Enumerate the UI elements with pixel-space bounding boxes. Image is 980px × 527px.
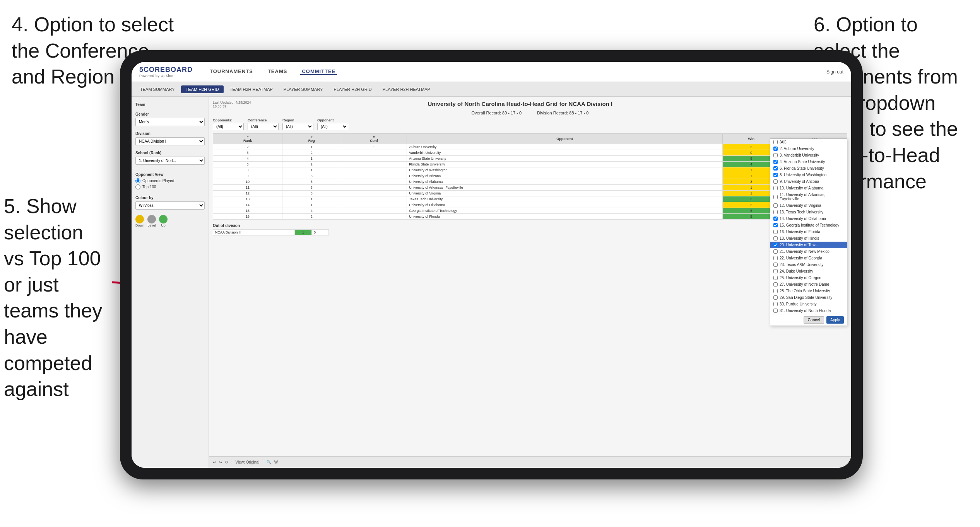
cell-reg: 2	[282, 150, 341, 156]
cell-rank: 11	[213, 185, 282, 191]
nav-committee[interactable]: COMMITTEE	[300, 68, 337, 75]
school-select[interactable]: 1. University of Nort...	[135, 157, 205, 165]
redo-icon[interactable]: ↪	[219, 460, 222, 464]
conference-filter-select[interactable]: (All)	[248, 123, 279, 130]
dropdown-item[interactable]: 23. Texas A&M University	[770, 261, 847, 268]
cell-conf	[341, 150, 407, 156]
cancel-button[interactable]: Cancel	[804, 316, 824, 324]
wi-label: W	[274, 460, 278, 464]
cell-reg: 1	[282, 144, 341, 150]
cell-rank: 6	[213, 162, 282, 167]
sidebar-team-section: Team	[135, 102, 205, 107]
opponent-view-radio-group: Opponents Played Top 100	[135, 178, 205, 189]
zoom-icon[interactable]: 🔍	[267, 460, 271, 464]
bottom-toolbar: ↩ ↪ ⟳ | View: Original | 🔍 W	[209, 456, 851, 468]
tablet-screen: 5COREBOARD Powered by UpShot TOURNAMENTS…	[132, 62, 851, 468]
cell-reg: 5	[282, 179, 341, 185]
table-row: 9 3 University of Arizona 1 0	[213, 173, 847, 179]
cell-reg: 1	[282, 167, 341, 173]
undo-icon[interactable]: ↩	[213, 460, 216, 464]
sign-out-link[interactable]: Sign out	[826, 69, 843, 75]
cell-rank: 2	[213, 144, 282, 150]
dropdown-item[interactable]: 24. Duke University	[770, 268, 847, 275]
dropdown-item[interactable]: 20. University of Texas	[770, 242, 847, 248]
dropdown-item[interactable]: 21. University of New Mexico	[770, 248, 847, 255]
opponents-filter-select[interactable]: (All)	[213, 123, 244, 130]
team-label: Team	[135, 102, 205, 107]
cell-reg: 4	[282, 208, 341, 214]
annotation-3: 5. Show selection vs Top 100 or just tea…	[4, 193, 116, 402]
out-division-table: NCAA Division II 1 0	[213, 229, 329, 235]
dropdown-item[interactable]: 8. University of Washington	[770, 172, 847, 178]
cell-reg: 1	[282, 202, 341, 208]
dropdown-item[interactable]: 12. University of Virginia	[770, 202, 847, 209]
cell-conf	[341, 214, 407, 220]
cell-reg: 1	[282, 156, 341, 162]
dropdown-item[interactable]: 9. University of Arizona	[770, 178, 847, 185]
refresh-icon[interactable]: ⟳	[225, 460, 228, 464]
report-header: Last Updated: 4/29/2024 16:55:39 Univers…	[213, 101, 847, 108]
division-select[interactable]: NCAA Division I	[135, 137, 205, 145]
dropdown-item[interactable]: (All)	[770, 139, 847, 145]
dropdown-item[interactable]: 4. Arizona State University	[770, 159, 847, 165]
colour-select[interactable]: Win/loss	[135, 201, 205, 210]
dropdown-item[interactable]: 2. Auburn University	[770, 145, 847, 152]
main-content: Team Gender Men's Division NCAA Division…	[132, 97, 851, 468]
subnav-player-h2h-heatmap[interactable]: PLAYER H2H HEATMAP	[378, 85, 435, 93]
top100-radio[interactable]: Top 100	[135, 184, 205, 189]
dropdown-item[interactable]: 27. University of Notre Dame	[770, 281, 847, 288]
cell-rank: 8	[213, 167, 282, 173]
cell-reg: 6	[282, 185, 341, 191]
cell-opponent: University of Alabama	[407, 179, 723, 185]
nav-teams[interactable]: TEAMS	[266, 68, 289, 75]
opponent-filter-label: Opponent	[317, 118, 348, 122]
apply-button[interactable]: Apply	[826, 316, 844, 324]
dropdown-item[interactable]: 18. University of Illinois	[770, 235, 847, 242]
cell-opponent: University of Arkansas, Fayetteville	[407, 185, 723, 191]
cell-opponent: University of Arizona	[407, 173, 723, 179]
dropdown-item[interactable]: 11. University of Arkansas, Fayetteville	[770, 191, 847, 202]
col-conf: #Conf	[341, 134, 407, 144]
dropdown-item[interactable]: 3. Vanderbilt University	[770, 152, 847, 159]
subnav-player-summary[interactable]: PLAYER SUMMARY	[279, 85, 328, 93]
dropdown-item[interactable]: 30. Purdue University	[770, 301, 847, 307]
cell-rank: 9	[213, 173, 282, 179]
nav-tournaments[interactable]: TOURNAMENTS	[208, 68, 255, 75]
subnav-player-h2h-grid[interactable]: PLAYER H2H GRID	[329, 85, 376, 93]
dropdown-item[interactable]: 28. The Ohio State University	[770, 288, 847, 294]
cell-conf: 1	[341, 144, 407, 150]
dropdown-item[interactable]: 25. University of Oregon	[770, 275, 847, 281]
opponent-filter-group: Opponent (All)	[317, 118, 348, 130]
dropdown-item[interactable]: 13. Texas Tech University	[770, 209, 847, 215]
cell-opponent: Georgia Institute of Technology	[407, 208, 723, 214]
cell-opponent: Vanderbilt University	[407, 150, 723, 156]
dropdown-item[interactable]: 14. University of Oklahoma	[770, 215, 847, 222]
logo-text: 5COREBOARD	[139, 66, 193, 73]
dropdown-item[interactable]: 15. Georgia Institute of Technology	[770, 222, 847, 229]
dropdown-item[interactable]: 16. University of Florida	[770, 229, 847, 235]
region-filter-label: Region	[282, 118, 313, 122]
opponents-played-radio[interactable]: Opponents Played	[135, 178, 205, 183]
subnav-team-h2h-heatmap[interactable]: TEAM H2H HEATMAP	[225, 85, 277, 93]
nav-items: TOURNAMENTS TEAMS COMMITTEE	[208, 68, 826, 75]
subnav-team-summary[interactable]: TEAM SUMMARY	[135, 85, 180, 93]
subnav-team-h2h-grid[interactable]: TEAM H2H GRID	[181, 85, 224, 93]
dropdown-item[interactable]: 6. Florida State University	[770, 165, 847, 172]
sidebar-gender-section: Gender Men's	[135, 112, 205, 126]
dropdown-item[interactable]: 10. University of Alabama	[770, 185, 847, 191]
dropdown-item[interactable]: 22. University of Georgia	[770, 255, 847, 261]
table-row: 15 4 Georgia Institute of Technology 5 0	[213, 208, 847, 214]
region-filter-select[interactable]: (All)	[282, 123, 313, 130]
cell-conf	[341, 167, 407, 173]
dropdown-item[interactable]: 29. San Diego State University	[770, 294, 847, 301]
table-row: 10 5 University of Alabama 3 0	[213, 179, 847, 185]
tablet-frame: 5COREBOARD Powered by UpShot TOURNAMENTS…	[120, 50, 863, 479]
sidebar-colour-section: Colour by Win/loss	[135, 196, 205, 210]
table-row: 12 3 University of Virginia 1 0	[213, 191, 847, 196]
last-updated: Last Updated: 4/29/2024 16:55:39	[213, 101, 251, 108]
dropdown-item[interactable]: 31. University of North Florida	[770, 307, 847, 314]
opponent-filter-select[interactable]: (All)	[317, 123, 348, 130]
gender-select[interactable]: Men's	[135, 118, 205, 126]
table-row: 16 2 University of Florida 5 1	[213, 214, 847, 220]
cell-conf	[341, 173, 407, 179]
